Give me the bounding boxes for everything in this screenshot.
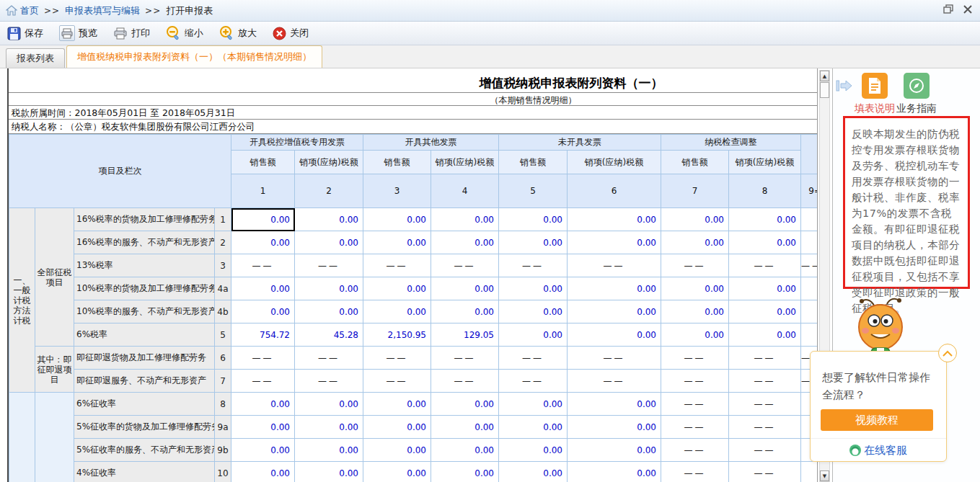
print-button[interactable]: 打印	[113, 27, 150, 40]
data-cell[interactable]: 0.00	[431, 300, 499, 323]
data-cell[interactable]	[801, 323, 818, 347]
data-cell[interactable]: 0.00	[363, 231, 431, 254]
data-cell[interactable]: ——	[431, 254, 499, 277]
data-cell[interactable]: ——	[295, 370, 363, 393]
scroll-down-icon[interactable]: ▼	[820, 470, 829, 481]
data-cell[interactable]	[801, 231, 818, 254]
data-cell[interactable]: 0.00	[729, 277, 801, 300]
data-cell[interactable]: ——	[729, 416, 801, 439]
data-cell[interactable]: 0.00	[363, 393, 431, 416]
data-cell[interactable]: 0.00	[499, 462, 568, 482]
data-cell[interactable]: 0.00	[231, 277, 295, 300]
collapse-popup-chevron-icon[interactable]	[938, 344, 957, 362]
data-cell[interactable]: ——	[568, 254, 661, 277]
data-cell[interactable]: ——	[499, 254, 568, 277]
data-cell[interactable]	[801, 208, 818, 231]
data-cell[interactable]: ——	[363, 370, 431, 393]
tab-report-list[interactable]: 报表列表	[6, 48, 65, 68]
restore-window-icon[interactable]	[943, 4, 954, 14]
data-cell[interactable]: ——	[231, 347, 295, 370]
data-cell[interactable]: ——	[729, 439, 801, 462]
data-cell[interactable]: 0.00	[431, 462, 499, 482]
scroll-up-icon[interactable]: ▲	[820, 71, 829, 81]
data-cell[interactable]: 0.00	[295, 277, 363, 300]
data-cell[interactable]: 0.00	[231, 231, 295, 254]
data-cell[interactable]: ——	[363, 347, 431, 370]
data-cell[interactable]: ——	[231, 370, 295, 393]
online-service-link[interactable]: 在线客服	[811, 444, 946, 458]
data-cell[interactable]: ——	[729, 254, 801, 277]
data-cell[interactable]: 0.00	[568, 277, 661, 300]
data-cell[interactable]: 0.00	[431, 416, 499, 439]
data-cell[interactable]	[801, 300, 818, 323]
data-cell[interactable]: 0.00	[499, 208, 568, 231]
close-button[interactable]: 关闭	[273, 27, 309, 40]
data-cell[interactable]: 0.00	[363, 300, 431, 323]
data-cell[interactable]: 0.00	[661, 277, 729, 300]
data-cell[interactable]: ——	[661, 439, 729, 462]
data-cell[interactable]: 0.00	[431, 393, 499, 416]
data-cell[interactable]: 0.00	[661, 323, 729, 347]
data-cell[interactable]: ——	[661, 462, 729, 482]
data-cell[interactable]: ——	[363, 254, 431, 277]
data-cell[interactable]: 0.00	[661, 300, 729, 323]
data-cell[interactable]: 0.00	[661, 208, 729, 231]
data-cell[interactable]: 0.00	[231, 439, 295, 462]
data-cell[interactable]: 0.00	[568, 300, 661, 323]
data-cell[interactable]: 0.00	[568, 439, 661, 462]
data-cell[interactable]: 0.00	[729, 300, 801, 323]
data-cell[interactable]: 0.00	[431, 208, 499, 231]
data-cell[interactable]: ——	[729, 462, 801, 482]
data-cell[interactable]: 0.00	[231, 462, 295, 482]
data-cell[interactable]: 0.00	[499, 300, 568, 323]
data-cell[interactable]: 0.00	[499, 277, 568, 300]
data-cell[interactable]: ——	[729, 370, 801, 393]
data-cell[interactable]: ——	[661, 393, 729, 416]
data-cell[interactable]: ——	[568, 347, 661, 370]
data-cell[interactable]: 0.00	[568, 416, 661, 439]
data-cell[interactable]: 129.05	[431, 323, 499, 347]
data-cell[interactable]: ——	[661, 370, 729, 393]
data-cell[interactable]: 0.00	[499, 323, 568, 347]
data-cell[interactable]: ——	[729, 347, 801, 370]
zoom-out-button[interactable]: 缩小	[166, 26, 203, 40]
data-cell[interactable]: 0.00	[363, 416, 431, 439]
data-cell[interactable]: 0.00	[363, 439, 431, 462]
data-cell[interactable]: 0.00	[499, 393, 568, 416]
preview-button[interactable]: 预览	[59, 25, 97, 41]
data-cell[interactable]: ——	[499, 347, 568, 370]
tab-biz-guide[interactable]: 业务指南	[895, 73, 938, 115]
data-cell[interactable]: 0.00	[729, 323, 801, 347]
data-cell[interactable]: 0.00	[231, 208, 295, 231]
save-button[interactable]: 保存	[7, 27, 43, 40]
data-cell[interactable]: ——	[801, 254, 818, 277]
tab-attached-info[interactable]: 增值税纳税申报表附列资料（一）（本期销售情况明细）	[66, 45, 322, 68]
data-cell[interactable]: 0.00	[568, 323, 661, 347]
data-cell[interactable]: 0.00	[363, 277, 431, 300]
data-cell[interactable]: 0.00	[231, 300, 295, 323]
data-cell[interactable]: 0.00	[295, 393, 363, 416]
data-cell[interactable]: ——	[295, 347, 363, 370]
video-tutorial-button[interactable]: 视频教程	[821, 409, 933, 431]
data-cell[interactable]: 0.00	[499, 231, 568, 254]
data-cell[interactable]: 0.00	[431, 231, 499, 254]
data-cell[interactable]: 0.00	[661, 231, 729, 254]
collapse-sidebar-icon[interactable]	[836, 79, 853, 95]
tab-fill-help[interactable]: 填表说明	[853, 73, 896, 115]
data-cell[interactable]: 0.00	[363, 208, 431, 231]
data-cell[interactable]: 0.00	[295, 231, 363, 254]
data-cell[interactable]: ——	[568, 370, 661, 393]
data-cell[interactable]: 2,150.95	[363, 323, 431, 347]
data-cell[interactable]: ——	[729, 393, 801, 416]
data-cell[interactable]: 0.00	[431, 277, 499, 300]
data-cell[interactable]: 0.00	[568, 393, 661, 416]
data-cell[interactable]: ——	[661, 254, 729, 277]
data-cell[interactable]: 0.00	[231, 393, 295, 416]
data-cell[interactable]: 0.00	[295, 300, 363, 323]
data-cell[interactable]: ——	[661, 416, 729, 439]
data-cell[interactable]: 0.00	[431, 439, 499, 462]
data-cell[interactable]: 45.28	[295, 323, 363, 347]
data-cell[interactable]: ——	[431, 370, 499, 393]
data-cell[interactable]: 0.00	[231, 416, 295, 439]
breadcrumb-edit-link[interactable]: 申报表填写与编辑	[65, 4, 140, 17]
